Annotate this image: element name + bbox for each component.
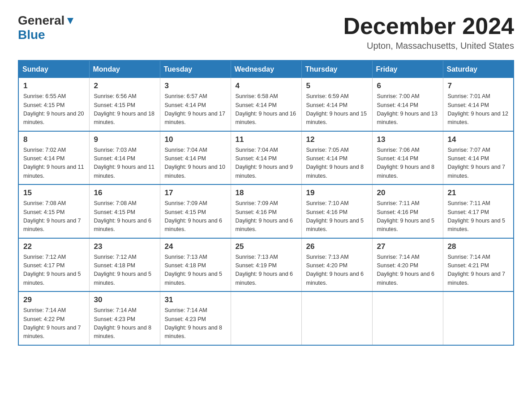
day-info: Sunrise: 6:59 AMSunset: 4:14 PMDaylight:… [306,92,368,127]
day-info: Sunrise: 7:14 AMSunset: 4:23 PMDaylight:… [94,306,155,341]
calendar-cell: 1Sunrise: 6:55 AMSunset: 4:15 PMDaylight… [18,78,89,131]
calendar-cell: 9Sunrise: 7:03 AMSunset: 4:14 PMDaylight… [89,131,160,185]
day-info: Sunrise: 7:00 AMSunset: 4:14 PMDaylight:… [377,92,438,127]
calendar-cell: 29Sunrise: 7:14 AMSunset: 4:22 PMDayligh… [18,291,89,345]
title-section: December 2024 Upton, Massachusetts, Unit… [343,13,514,51]
day-number: 27 [377,242,438,251]
day-info: Sunrise: 7:09 AMSunset: 4:15 PMDaylight:… [165,199,226,234]
calendar-header-saturday: Saturday [443,60,514,78]
day-number: 22 [23,242,85,251]
day-info: Sunrise: 7:04 AMSunset: 4:14 PMDaylight:… [165,146,226,181]
calendar-header-wednesday: Wednesday [231,60,301,78]
day-info: Sunrise: 7:06 AMSunset: 4:14 PMDaylight:… [377,146,438,181]
logo-general-text: General [18,13,64,28]
calendar-cell: 27Sunrise: 7:14 AMSunset: 4:20 PMDayligh… [372,238,443,292]
day-info: Sunrise: 7:08 AMSunset: 4:15 PMDaylight:… [23,199,85,234]
calendar-cell: 18Sunrise: 7:09 AMSunset: 4:16 PMDayligh… [231,184,301,238]
day-info: Sunrise: 6:55 AMSunset: 4:15 PMDaylight:… [23,92,85,127]
calendar-header-thursday: Thursday [301,60,372,78]
calendar-week-row: 8Sunrise: 7:02 AMSunset: 4:14 PMDaylight… [18,131,514,185]
day-info: Sunrise: 7:05 AMSunset: 4:14 PMDaylight:… [306,146,368,181]
calendar-header-sunday: Sunday [18,60,89,78]
calendar-cell: 15Sunrise: 7:08 AMSunset: 4:15 PMDayligh… [18,184,89,238]
logo-arrow-icon [65,16,75,26]
calendar-cell: 13Sunrise: 7:06 AMSunset: 4:14 PMDayligh… [372,131,443,185]
calendar-header-friday: Friday [372,60,443,78]
calendar-cell: 12Sunrise: 7:05 AMSunset: 4:14 PMDayligh… [301,131,372,185]
day-number: 9 [94,135,155,144]
day-number: 6 [377,81,438,90]
day-number: 19 [306,188,368,197]
day-number: 1 [23,81,85,90]
calendar-cell: 26Sunrise: 7:13 AMSunset: 4:20 PMDayligh… [301,238,372,292]
day-number: 31 [165,295,226,304]
day-number: 15 [23,188,85,197]
calendar-header-monday: Monday [89,60,160,78]
day-info: Sunrise: 6:58 AMSunset: 4:14 PMDaylight:… [236,92,297,127]
day-info: Sunrise: 7:13 AMSunset: 4:19 PMDaylight:… [236,253,297,288]
day-number: 18 [236,188,297,197]
calendar-cell: 5Sunrise: 6:59 AMSunset: 4:14 PMDaylight… [301,78,372,131]
day-info: Sunrise: 7:11 AMSunset: 4:17 PMDaylight:… [448,199,509,234]
calendar-cell: 4Sunrise: 6:58 AMSunset: 4:14 PMDaylight… [231,78,301,131]
calendar-cell: 21Sunrise: 7:11 AMSunset: 4:17 PMDayligh… [443,184,514,238]
calendar-cell: 6Sunrise: 7:00 AMSunset: 4:14 PMDaylight… [372,78,443,131]
calendar-cell: 2Sunrise: 6:56 AMSunset: 4:15 PMDaylight… [89,78,160,131]
day-info: Sunrise: 7:14 AMSunset: 4:22 PMDaylight:… [23,306,85,341]
calendar-cell [372,291,443,345]
logo-blue-text: Blue [18,28,45,42]
day-info: Sunrise: 7:13 AMSunset: 4:20 PMDaylight:… [306,253,368,288]
calendar-cell: 8Sunrise: 7:02 AMSunset: 4:14 PMDaylight… [18,131,89,185]
calendar-cell: 14Sunrise: 7:07 AMSunset: 4:14 PMDayligh… [443,131,514,185]
day-info: Sunrise: 7:09 AMSunset: 4:16 PMDaylight:… [236,199,297,234]
day-info: Sunrise: 7:07 AMSunset: 4:14 PMDaylight:… [448,146,509,181]
day-info: Sunrise: 7:12 AMSunset: 4:18 PMDaylight:… [94,253,155,288]
calendar-cell: 19Sunrise: 7:10 AMSunset: 4:16 PMDayligh… [301,184,372,238]
day-number: 4 [236,81,297,90]
calendar-cell: 31Sunrise: 7:14 AMSunset: 4:23 PMDayligh… [160,291,231,345]
day-number: 14 [448,135,509,144]
calendar-cell: 28Sunrise: 7:14 AMSunset: 4:21 PMDayligh… [443,238,514,292]
day-number: 13 [377,135,438,144]
logo: General Blue [18,13,75,42]
day-info: Sunrise: 7:04 AMSunset: 4:14 PMDaylight:… [236,146,297,181]
day-number: 17 [165,188,226,197]
calendar-cell: 7Sunrise: 7:01 AMSunset: 4:14 PMDaylight… [443,78,514,131]
day-number: 26 [306,242,368,251]
svg-marker-0 [67,18,73,24]
location: Upton, Massachusetts, United States [343,41,514,51]
calendar-table: SundayMondayTuesdayWednesdayThursdayFrid… [18,60,514,346]
day-number: 25 [236,242,297,251]
calendar-cell: 24Sunrise: 7:13 AMSunset: 4:18 PMDayligh… [160,238,231,292]
day-number: 8 [23,135,85,144]
calendar-cell: 16Sunrise: 7:08 AMSunset: 4:15 PMDayligh… [89,184,160,238]
calendar-week-row: 29Sunrise: 7:14 AMSunset: 4:22 PMDayligh… [18,291,514,345]
calendar-cell [443,291,514,345]
day-info: Sunrise: 7:10 AMSunset: 4:16 PMDaylight:… [306,199,368,234]
day-info: Sunrise: 7:11 AMSunset: 4:16 PMDaylight:… [377,199,438,234]
day-info: Sunrise: 7:12 AMSunset: 4:17 PMDaylight:… [23,253,85,288]
calendar-cell: 11Sunrise: 7:04 AMSunset: 4:14 PMDayligh… [231,131,301,185]
calendar-cell: 17Sunrise: 7:09 AMSunset: 4:15 PMDayligh… [160,184,231,238]
day-info: Sunrise: 6:57 AMSunset: 4:14 PMDaylight:… [165,92,226,127]
month-title: December 2024 [343,13,514,39]
day-number: 20 [377,188,438,197]
day-number: 24 [165,242,226,251]
calendar-week-row: 1Sunrise: 6:55 AMSunset: 4:15 PMDaylight… [18,78,514,131]
day-number: 30 [94,295,155,304]
day-number: 23 [94,242,155,251]
day-number: 5 [306,81,368,90]
day-info: Sunrise: 6:56 AMSunset: 4:15 PMDaylight:… [94,92,155,127]
day-number: 10 [165,135,226,144]
calendar-cell [231,291,301,345]
day-info: Sunrise: 7:03 AMSunset: 4:14 PMDaylight:… [94,146,155,181]
day-info: Sunrise: 7:13 AMSunset: 4:18 PMDaylight:… [165,253,226,288]
day-number: 7 [448,81,509,90]
calendar-cell [301,291,372,345]
calendar-header-row: SundayMondayTuesdayWednesdayThursdayFrid… [18,60,514,78]
calendar-cell: 3Sunrise: 6:57 AMSunset: 4:14 PMDaylight… [160,78,231,131]
day-number: 16 [94,188,155,197]
calendar-week-row: 22Sunrise: 7:12 AMSunset: 4:17 PMDayligh… [18,238,514,292]
calendar-cell: 25Sunrise: 7:13 AMSunset: 4:19 PMDayligh… [231,238,301,292]
day-info: Sunrise: 7:14 AMSunset: 4:20 PMDaylight:… [377,253,438,288]
